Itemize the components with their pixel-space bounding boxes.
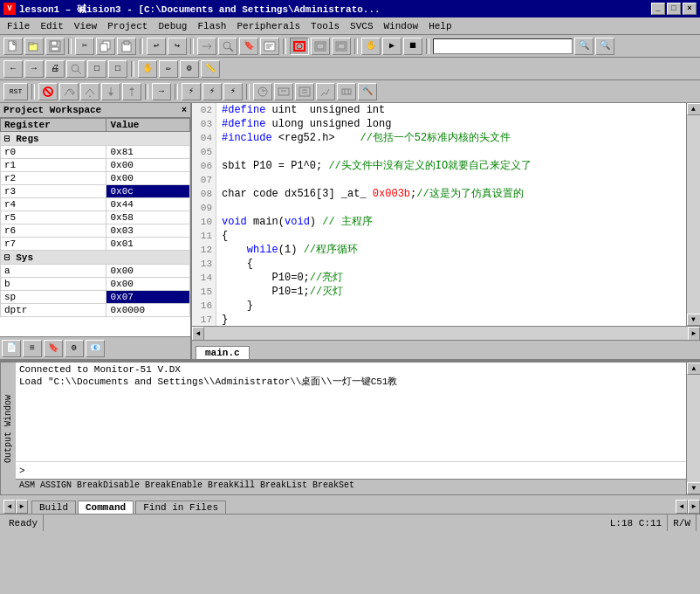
tb-hand[interactable]: ✋	[361, 38, 381, 55]
tb-serial[interactable]	[337, 83, 356, 100]
menu-view[interactable]: View	[69, 19, 102, 33]
tb-debug-view1[interactable]	[290, 38, 309, 55]
tb-debug-run[interactable]: ▶	[382, 38, 401, 55]
tb-search-next[interactable]: 🔍	[595, 38, 614, 55]
menu-help[interactable]: Help	[423, 19, 456, 33]
reg-sp-value: 0x07	[106, 291, 190, 304]
code-content[interactable]: 02 #define uint unsigned int 03 #define …	[192, 103, 686, 326]
tb-mem[interactable]	[295, 83, 314, 100]
tb-find[interactable]	[218, 38, 237, 55]
tb-hammer[interactable]: 🔨	[358, 83, 377, 100]
tb-perf[interactable]	[316, 83, 335, 100]
hscroll-left-arrow[interactable]: ◄	[192, 327, 204, 341]
tb-copy[interactable]	[96, 38, 115, 55]
tb-paste[interactable]	[117, 38, 136, 55]
output-line-2: Load "C:\\Documents and Settings\\Admini…	[19, 375, 683, 388]
code-line-7: 07	[192, 173, 686, 187]
menu-edit[interactable]: Edit	[35, 19, 68, 33]
tb-back[interactable]: ←	[3, 60, 23, 78]
line-num-12: 12	[192, 243, 216, 257]
menu-project[interactable]: Project	[102, 19, 153, 33]
tb-remove-bkpt[interactable]: ⚡	[202, 83, 222, 100]
menu-svcs[interactable]: SVCS	[345, 19, 378, 33]
panel-btn-file[interactable]: 📄	[2, 340, 21, 357]
vscroll-down-arrow[interactable]: ▼	[687, 314, 701, 326]
output-content[interactable]: Connected to Monitor-51 V.DX Load "C:\\D…	[16, 363, 686, 461]
maximize-button[interactable]: □	[667, 3, 681, 15]
tb-debug-stop[interactable]: ⏹	[403, 38, 422, 55]
output-tab-scroll-left[interactable]: ◄	[3, 500, 16, 514]
tb-pen[interactable]: ✏	[159, 60, 178, 78]
tb-save[interactable]	[45, 38, 65, 55]
tab-main-c[interactable]: main.c	[196, 346, 250, 359]
menu-window[interactable]: Window	[379, 19, 424, 33]
tb-inspect[interactable]	[260, 38, 279, 55]
reg-r0-name: r0	[1, 146, 106, 159]
output-hscroll-right[interactable]: ►	[688, 500, 700, 514]
tb-view1[interactable]: □	[87, 60, 106, 78]
tb-magic[interactable]: ⚙	[180, 60, 199, 78]
tb-undo[interactable]: ↩	[147, 38, 166, 55]
tb-zoom[interactable]	[66, 60, 86, 78]
close-button[interactable]: ×	[683, 3, 697, 15]
tb-fwd[interactable]: →	[24, 60, 44, 78]
tb-watch1[interactable]	[253, 83, 272, 100]
tb-debug-view2[interactable]	[311, 38, 330, 55]
table-row: r5 0x58	[1, 211, 190, 224]
panel-btn-gear[interactable]: ⚙	[65, 340, 84, 357]
tb-cut[interactable]: ✂	[75, 38, 94, 55]
tab-find-in-files[interactable]: Find in Files	[135, 501, 226, 514]
tb-open[interactable]	[24, 38, 44, 55]
tb-view2[interactable]: □	[108, 60, 127, 78]
reg-b-name: b	[1, 278, 106, 291]
svg-rect-20	[317, 44, 324, 49]
hscroll-track[interactable]	[204, 327, 688, 341]
menu-tools[interactable]: Tools	[305, 19, 345, 33]
tb-rst[interactable]: RST	[3, 83, 28, 100]
project-panel-close[interactable]: ×	[182, 106, 187, 115]
tb-insert-bkpt[interactable]: ⚡	[182, 83, 201, 100]
output-hscroll-left[interactable]: ◄	[676, 500, 688, 514]
tab-build[interactable]: Build	[31, 501, 76, 514]
panel-btn-bookmark[interactable]: 🔖	[44, 340, 63, 357]
output-vscroll-track[interactable]	[687, 375, 700, 482]
minimize-button[interactable]: _	[651, 3, 665, 15]
output-command-input[interactable]	[29, 466, 683, 476]
search-input[interactable]	[433, 38, 573, 54]
tb-watch2[interactable]	[274, 83, 293, 100]
panel-btn-list[interactable]: ≡	[23, 340, 42, 357]
tb-step-out[interactable]	[122, 83, 141, 100]
menu-file[interactable]: File	[2, 19, 35, 33]
tb-select[interactable]: ✋	[138, 60, 157, 78]
tb-step-over1[interactable]	[59, 83, 79, 100]
tb-run-arrow[interactable]: →	[152, 83, 171, 100]
tb-debug-view3[interactable]	[332, 38, 351, 55]
tb-line[interactable]: 📏	[201, 60, 220, 78]
code-line-2: 02 #define uint unsigned int	[192, 103, 686, 117]
menu-flash[interactable]: Flash	[192, 19, 231, 33]
tb-step-over2[interactable]	[80, 83, 100, 100]
vscroll-track[interactable]	[687, 115, 701, 314]
menu-debug[interactable]: Debug	[153, 19, 192, 33]
tab-command[interactable]: Command	[78, 501, 134, 514]
tb-print[interactable]: 🖨	[45, 60, 65, 78]
code-line-13: 13 {	[192, 257, 686, 271]
tb-new[interactable]	[3, 38, 23, 55]
vscroll-up-arrow[interactable]: ▲	[687, 103, 701, 115]
menu-peripherals[interactable]: Peripherals	[231, 19, 305, 33]
output-vscroll-up[interactable]: ▲	[687, 363, 700, 375]
tb-redo[interactable]: ↪	[168, 38, 187, 55]
tb-bookmark[interactable]: 🔖	[239, 38, 258, 55]
table-row: dptr 0x0000	[1, 304, 190, 317]
tb-stop[interactable]	[38, 83, 58, 100]
tb-step-into[interactable]	[101, 83, 120, 100]
tb-navigate[interactable]	[197, 38, 216, 55]
output-tab-scroll-right[interactable]: ►	[16, 500, 28, 514]
line-content-3: #define ulong unsigned long	[216, 117, 391, 131]
panel-btn-mail[interactable]: 📧	[86, 340, 105, 357]
tb-dis-all-bkpt[interactable]: ⚡	[223, 83, 243, 100]
output-vscroll-down[interactable]: ▼	[687, 482, 700, 494]
tb-search-go[interactable]: 🔍	[574, 38, 594, 55]
hscroll-right-arrow[interactable]: ►	[688, 327, 700, 341]
code-line-6: 06 sbit P10 = P1^0; //头文件中没有定义的IO就要自己来定义…	[192, 159, 686, 173]
